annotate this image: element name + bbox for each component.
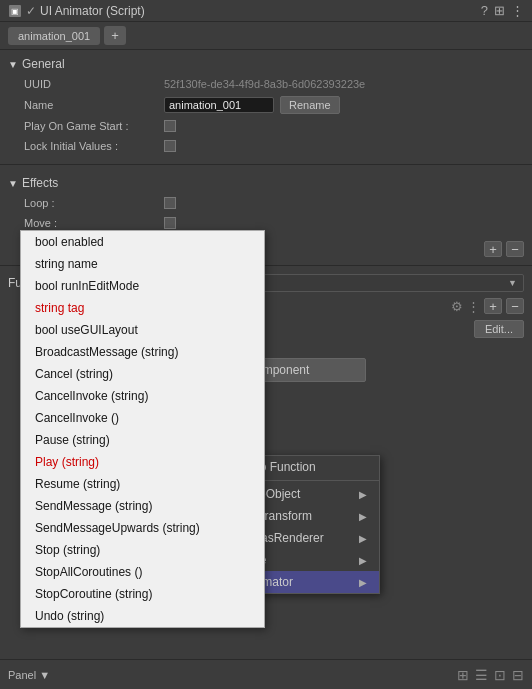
- function-dropdown-arrow: ▼: [508, 278, 517, 288]
- gameobject-arrow: ▶: [359, 489, 367, 500]
- bottom-icon-1[interactable]: ⊞: [457, 667, 469, 683]
- header-actions: ? ⊞ ⋮: [481, 3, 524, 18]
- uianimator-arrow: ▶: [359, 577, 367, 588]
- ctx-stop-all[interactable]: StopAllCoroutines (): [21, 561, 264, 583]
- more-options-icon[interactable]: ⋮: [467, 299, 480, 314]
- lock-initial-row: Lock Initial Values :: [8, 136, 524, 156]
- uuid-row: UUID 52f130fe-de34-4f9d-8a3b-6d062393223…: [8, 74, 524, 94]
- effects-section-header: ▼ Effects: [8, 173, 524, 193]
- loop-row: Loop :: [8, 193, 524, 213]
- help-icon[interactable]: ?: [481, 3, 488, 18]
- header-title: UI Animator (Script): [40, 4, 145, 18]
- lock-initial-checkbox[interactable]: [164, 140, 176, 152]
- name-row: Name Rename: [8, 94, 524, 116]
- add-event-button[interactable]: +: [484, 298, 502, 314]
- bottom-icon-3[interactable]: ⊡: [494, 667, 506, 683]
- name-input[interactable]: [164, 97, 274, 113]
- ctx-cancel-invoke[interactable]: CancelInvoke (): [21, 407, 264, 429]
- more-icon[interactable]: ⋮: [511, 3, 524, 18]
- ctx-bool-run-edit[interactable]: bool runInEditMode: [21, 275, 264, 297]
- ctx-cancel-invoke-string[interactable]: CancelInvoke (string): [21, 385, 264, 407]
- tab-bar: animation_001 +: [0, 22, 532, 50]
- loop-checkbox[interactable]: [164, 197, 176, 209]
- ctx-bool-enabled[interactable]: bool enabled: [21, 231, 264, 253]
- general-section: ▼ General UUID 52f130fe-de34-4f9d-8a3b-6…: [0, 50, 532, 160]
- gear-icon[interactable]: ⚙: [451, 299, 463, 314]
- ctx-resume-string[interactable]: Resume (string): [21, 473, 264, 495]
- edit-button[interactable]: Edit...: [474, 320, 524, 338]
- add-effect-button[interactable]: +: [484, 241, 502, 257]
- context-menu: bool enabled string name bool runInEditM…: [20, 230, 265, 628]
- play-on-start-checkbox[interactable]: [164, 120, 176, 132]
- effects-section: ▼ Effects Loop : Move :: [0, 169, 532, 237]
- panel-arrow[interactable]: ▼: [39, 669, 50, 681]
- ctx-string-name[interactable]: string name: [21, 253, 264, 275]
- name-label: Name: [24, 99, 164, 111]
- ctx-pause-string[interactable]: Pause (string): [21, 429, 264, 451]
- bottom-bar: Panel ▼ ⊞ ☰ ⊡ ⊟: [0, 659, 532, 689]
- bottom-icon-4[interactable]: ⊟: [512, 667, 524, 683]
- header-bar: ▣ ✓ UI Animator (Script) ? ⊞ ⋮: [0, 0, 532, 22]
- general-label: General: [22, 57, 65, 71]
- inspector-panel: ▣ ✓ UI Animator (Script) ? ⊞ ⋮ animation…: [0, 0, 532, 689]
- move-checkbox[interactable]: [164, 217, 176, 229]
- recttransform-arrow: ▶: [359, 511, 367, 522]
- rename-button[interactable]: Rename: [280, 96, 340, 114]
- image-arrow: ▶: [359, 555, 367, 566]
- ctx-cancel-string[interactable]: Cancel (string): [21, 363, 264, 385]
- animation-tab[interactable]: animation_001: [8, 27, 100, 45]
- effects-label: Effects: [22, 176, 58, 190]
- svg-text:▣: ▣: [11, 7, 19, 16]
- loop-label: Loop :: [24, 197, 164, 209]
- layout-icon[interactable]: ⊞: [494, 3, 505, 18]
- ctx-send-msg[interactable]: SendMessage (string): [21, 495, 264, 517]
- ctx-stop-string[interactable]: Stop (string): [21, 539, 264, 561]
- panel-label: Panel ▼: [8, 669, 50, 681]
- add-tab-button[interactable]: +: [104, 26, 126, 45]
- ctx-undo-string[interactable]: Undo (string): [21, 605, 264, 627]
- play-on-start-row: Play On Game Start :: [8, 116, 524, 136]
- ctx-play-string[interactable]: Play (string): [21, 451, 264, 473]
- uuid-label: UUID: [24, 78, 164, 90]
- panel-text: Panel: [8, 669, 36, 681]
- uuid-value: 52f130fe-de34-4f9d-8a3b-6d062393223e: [164, 78, 365, 90]
- bottom-icons: ⊞ ☰ ⊡ ⊟: [457, 667, 524, 683]
- ctx-stop-coroutine[interactable]: StopCoroutine (string): [21, 583, 264, 605]
- general-arrow: ▼: [8, 59, 18, 70]
- play-on-start-label: Play On Game Start :: [24, 120, 164, 132]
- ctx-string-tag[interactable]: string tag: [21, 297, 264, 319]
- remove-event-button[interactable]: −: [506, 298, 524, 314]
- effects-arrow: ▼: [8, 178, 18, 189]
- ctx-bool-use-gui[interactable]: bool useGUILayout: [21, 319, 264, 341]
- lock-initial-label: Lock Initial Values :: [24, 140, 164, 152]
- ctx-broadcast-msg[interactable]: BroadcastMessage (string): [21, 341, 264, 363]
- bottom-icon-2[interactable]: ☰: [475, 667, 488, 683]
- canvasrenderer-arrow: ▶: [359, 533, 367, 544]
- remove-effect-button[interactable]: −: [506, 241, 524, 257]
- ctx-send-msg-up[interactable]: SendMessageUpwards (string): [21, 517, 264, 539]
- general-section-header: ▼ General: [8, 54, 524, 74]
- move-label: Move :: [24, 217, 164, 229]
- divider-1: [0, 164, 532, 165]
- script-icon: ▣: [8, 4, 22, 18]
- component-enabled-checkbox[interactable]: ✓: [26, 4, 36, 18]
